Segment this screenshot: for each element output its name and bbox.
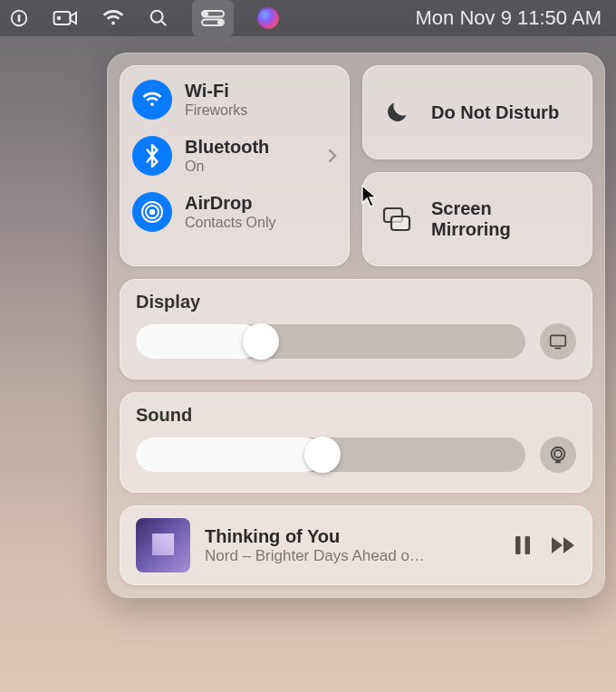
do-not-disturb-tile[interactable]: Do Not Disturb xyxy=(362,65,592,159)
sound-volume-slider[interactable] xyxy=(136,437,525,472)
display-settings-button[interactable] xyxy=(540,323,576,360)
wifi-icon xyxy=(132,80,172,120)
sound-heading: Sound xyxy=(136,405,576,426)
onepassword-menubar-icon[interactable] xyxy=(9,0,29,36)
bluetooth-icon xyxy=(132,136,172,176)
svg-point-4 xyxy=(151,11,163,23)
airdrop-subtitle: Contacts Only xyxy=(185,215,275,231)
svg-rect-1 xyxy=(18,14,21,22)
screen-mirroring-label: Screen Mirroring xyxy=(431,198,576,240)
now-playing-card[interactable]: Thinking of You Nord – Brighter Days Ahe… xyxy=(120,505,592,585)
next-track-button[interactable] xyxy=(551,536,576,554)
bluetooth-title: Bluetooth xyxy=(185,137,269,157)
svg-rect-2 xyxy=(54,12,71,24)
svg-rect-24 xyxy=(551,335,566,346)
now-playing-subtitle: Nord – Brighter Days Ahead o… xyxy=(205,547,500,565)
menubar: Mon Nov 9 11:50 AM xyxy=(0,0,616,36)
display-slider-thumb[interactable] xyxy=(243,323,279,360)
svg-point-7 xyxy=(204,12,207,15)
screen-mirroring-icon xyxy=(379,201,415,237)
airdrop-icon xyxy=(132,192,172,232)
svg-point-9 xyxy=(218,21,222,24)
dnd-label: Do Not Disturb xyxy=(431,102,559,123)
display-card: Display xyxy=(120,279,592,380)
wifi-title: Wi-Fi xyxy=(185,81,247,101)
screen-mirroring-tile[interactable]: Screen Mirroring xyxy=(362,172,592,266)
sound-card: Sound xyxy=(120,392,592,493)
svg-rect-14 xyxy=(391,216,409,230)
svg-rect-28 xyxy=(515,536,521,554)
wifi-toggle[interactable]: Wi-Fi Fireworks xyxy=(132,80,337,120)
pause-button[interactable] xyxy=(515,535,531,555)
moon-icon xyxy=(379,94,415,130)
chevron-right-icon[interactable] xyxy=(328,149,337,163)
cc-top-row: Wi-Fi Fireworks Bluetooth On xyxy=(120,65,592,266)
now-playing-title: Thinking of You xyxy=(205,526,500,547)
menubar-clock[interactable]: Mon Nov 9 11:50 AM xyxy=(416,0,607,36)
album-artwork xyxy=(136,518,190,572)
wifi-subtitle: Fireworks xyxy=(185,102,247,119)
camera-menubar-icon[interactable] xyxy=(53,0,78,36)
control-center-panel: Wi-Fi Fireworks Bluetooth On xyxy=(107,53,605,598)
svg-rect-29 xyxy=(525,536,531,554)
airplay-audio-button[interactable] xyxy=(540,437,576,473)
svg-point-3 xyxy=(58,17,61,20)
bluetooth-toggle[interactable]: Bluetooth On xyxy=(132,136,337,176)
display-brightness-slider[interactable] xyxy=(136,324,525,359)
bluetooth-subtitle: On xyxy=(185,159,269,175)
connectivity-card: Wi-Fi Fireworks Bluetooth On xyxy=(120,65,350,266)
svg-point-27 xyxy=(554,450,562,457)
wifi-menubar-icon[interactable] xyxy=(101,0,125,36)
svg-point-10 xyxy=(149,209,155,215)
cc-right-column: Do Not Disturb Screen Mirroring xyxy=(362,65,592,266)
svg-point-26 xyxy=(552,447,565,461)
display-heading: Display xyxy=(136,292,576,312)
siri-menubar-icon[interactable] xyxy=(257,0,279,36)
airdrop-toggle[interactable]: AirDrop Contacts Only xyxy=(132,192,337,232)
airdrop-title: AirDrop xyxy=(185,193,275,213)
spotlight-search-icon[interactable] xyxy=(149,0,168,36)
svg-line-5 xyxy=(161,21,166,25)
control-center-menubar-icon[interactable] xyxy=(192,0,234,36)
sound-slider-thumb[interactable] xyxy=(304,437,341,473)
